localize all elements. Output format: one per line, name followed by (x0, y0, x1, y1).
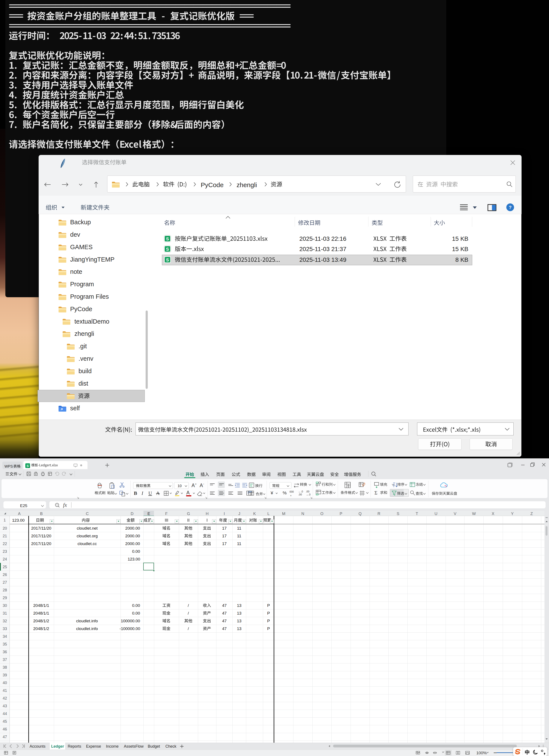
svg-text:A: A (18, 511, 21, 516)
svg-text:26: 26 (3, 573, 7, 577)
svg-text:13: 13 (237, 603, 241, 608)
svg-text:U: U (148, 491, 152, 496)
svg-text:17: 17 (222, 534, 227, 538)
svg-text:2017/11/20: 2017/11/20 (31, 541, 51, 546)
svg-text:Z: Z (530, 511, 533, 516)
svg-text:36: 36 (3, 650, 7, 654)
svg-text:123.00: 123.00 (128, 557, 140, 561)
svg-text:S: S (396, 511, 399, 516)
svg-text:47: 47 (222, 603, 227, 608)
svg-text:2000.00: 2000.00 (125, 534, 140, 538)
svg-text:Q: Q (358, 511, 361, 516)
svg-text:2017/11/20: 2017/11/20 (31, 526, 51, 530)
svg-text:I: I (224, 511, 225, 516)
svg-text:Reports: Reports (68, 744, 81, 748)
svg-text:11: 11 (237, 541, 241, 546)
svg-text:2025-11-03 21:37: 2025-11-03 21:37 (299, 246, 346, 252)
svg-text:textualDemo: textualDemo (74, 318, 109, 325)
svg-text:39: 39 (3, 673, 7, 677)
svg-text:W: W (472, 511, 476, 516)
svg-text:H: H (206, 511, 209, 516)
svg-text:44: 44 (3, 712, 7, 716)
svg-text:,: , (290, 493, 291, 496)
svg-text:41: 41 (3, 688, 7, 693)
svg-text:/: / (188, 611, 189, 615)
svg-text:27: 27 (3, 580, 7, 585)
svg-text:E: E (147, 511, 150, 516)
svg-text:¥: ¥ (271, 490, 273, 495)
svg-text:47: 47 (222, 619, 227, 623)
svg-text:A: A (200, 483, 203, 488)
svg-text:note: note (70, 268, 82, 275)
svg-text:28: 28 (3, 588, 7, 592)
svg-text:20: 20 (3, 526, 7, 530)
svg-text:dist: dist (79, 380, 88, 387)
svg-text:fx: fx (63, 502, 67, 508)
svg-text:cloudlet.info: cloudlet.info (76, 626, 98, 631)
svg-text:11: 11 (237, 526, 241, 530)
svg-text:D: D (131, 511, 133, 516)
svg-text:/: / (188, 626, 189, 631)
svg-text:100%: 100% (476, 751, 487, 755)
svg-text:A: A (156, 491, 160, 496)
svg-text:123.00: 123.00 (12, 518, 24, 523)
svg-text:-: - (203, 482, 204, 486)
svg-text:17: 17 (222, 526, 227, 530)
svg-text:Accounts: Accounts (30, 744, 45, 748)
svg-text:PyCode: PyCode (201, 181, 224, 188)
svg-text:13: 13 (237, 626, 241, 631)
svg-text:.git: .git (79, 343, 87, 350)
svg-text:15 KB: 15 KB (452, 235, 468, 242)
svg-text:B: B (40, 511, 42, 516)
svg-text:33: 33 (3, 627, 7, 631)
svg-text:E25: E25 (20, 503, 27, 508)
svg-text:M: M (282, 511, 285, 516)
svg-text:24: 24 (3, 557, 7, 561)
svg-text:2000.00: 2000.00 (125, 541, 140, 546)
svg-text:2017/11/20: 2017/11/20 (31, 534, 51, 538)
svg-text:0.00: 0.00 (132, 549, 140, 554)
svg-text:2000.00: 2000.00 (125, 526, 140, 530)
svg-text:35: 35 (3, 642, 7, 646)
svg-text:17: 17 (222, 541, 227, 546)
svg-text:25: 25 (3, 565, 7, 569)
svg-text:13: 13 (237, 611, 241, 615)
svg-text:A: A (186, 490, 190, 495)
svg-text:←.0: ←.0 (298, 490, 303, 493)
svg-text:P: P (267, 626, 270, 631)
svg-text:0.00: 0.00 (132, 603, 140, 608)
svg-text:self: self (70, 405, 80, 412)
svg-text:Check: Check (165, 744, 177, 748)
svg-text:P: P (267, 619, 270, 623)
svg-text:30: 30 (3, 603, 7, 608)
svg-text:I: I (141, 491, 144, 496)
svg-text:2048/1/1: 2048/1/1 (33, 611, 49, 615)
svg-text:.venv: .venv (79, 355, 94, 362)
svg-text:29: 29 (3, 596, 7, 600)
svg-text:cloudlet.cc: cloudlet.cc (77, 541, 97, 546)
svg-text:G: G (187, 511, 190, 516)
svg-text:46: 46 (3, 727, 7, 731)
svg-text:Program: Program (70, 281, 94, 288)
svg-text:Y: Y (511, 511, 514, 516)
svg-text:-100000.00: -100000.00 (120, 626, 140, 631)
svg-text:11: 11 (237, 534, 241, 538)
svg-text:L: L (268, 511, 270, 516)
svg-text:Income: Income (106, 744, 118, 748)
svg-text:zhengli: zhengli (74, 330, 94, 337)
svg-text:AssetsFlow: AssetsFlow (124, 744, 144, 748)
svg-text:P: P (267, 603, 270, 608)
svg-text:Expense: Expense (86, 744, 101, 748)
svg-text:.00: .00 (306, 490, 309, 493)
svg-text:37: 37 (3, 658, 7, 662)
svg-text:F: F (165, 511, 168, 516)
svg-text:10: 10 (178, 484, 182, 488)
svg-text:→.0: →.0 (306, 493, 310, 496)
svg-text:38: 38 (3, 665, 7, 670)
svg-text:PyCode: PyCode (70, 306, 92, 312)
svg-text:34: 34 (3, 634, 7, 639)
svg-text:13: 13 (237, 619, 241, 623)
svg-text:Budget: Budget (148, 744, 160, 748)
svg-text:22: 22 (3, 542, 7, 546)
svg-text:V: V (454, 511, 456, 516)
